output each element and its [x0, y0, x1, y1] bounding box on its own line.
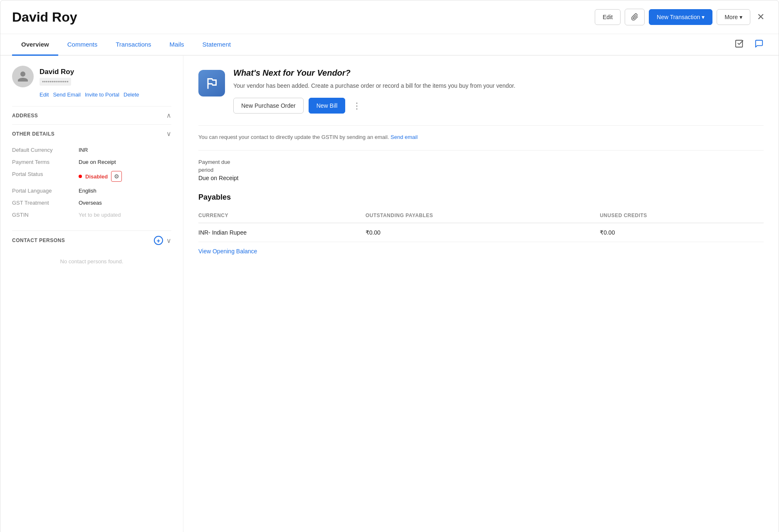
payment-due-block: Payment due period Due on Receipt	[198, 159, 239, 181]
detail-row-portal-status: Portal Status Disabled ⚙	[12, 171, 171, 182]
direction-icon	[204, 76, 219, 91]
address-section-title: ADDRESS	[12, 113, 38, 119]
attach-button[interactable]	[625, 9, 645, 25]
contact-persons-title: CONTACT PERSONS	[12, 238, 65, 243]
page-header: David Roy Edit New Transaction ▾ More ▾ …	[0, 0, 779, 34]
vendor-name-block: David Roy ••••••••••••••	[40, 68, 74, 86]
payables-section: Payables CURRENCY OUTSTANDING PAYABLES U…	[198, 193, 764, 255]
address-section-header[interactable]: ADDRESS ∧	[12, 106, 171, 124]
detail-value-currency: INR	[79, 147, 88, 153]
payment-due-label1: Payment due	[198, 159, 239, 165]
whats-next-card: What's Next for Your Vendor? Your vendor…	[198, 68, 764, 114]
col-unused: UNUSED CREDITS	[600, 208, 764, 223]
no-contacts-text: No contact persons found.	[12, 250, 171, 273]
row-unused: ₹0.00	[600, 223, 764, 242]
avatar	[12, 66, 34, 87]
other-details-section-header[interactable]: OTHER DETAILS ∨	[12, 124, 171, 143]
tab-comments[interactable]: Comments	[58, 34, 107, 56]
checklist-icon-button[interactable]	[731, 36, 747, 54]
row-currency: INR- Indian Rupee	[198, 223, 366, 242]
whats-next-content: What's Next for Your Vendor? Your vendor…	[233, 68, 764, 114]
whats-next-actions: New Purchase Order New Bill ⋮	[233, 98, 764, 114]
main-layout: David Roy •••••••••••••• Edit Send Email…	[0, 56, 779, 532]
edit-button[interactable]: Edit	[595, 9, 621, 25]
payment-due-value: Due on Receipt	[198, 175, 239, 181]
page-title: David Roy	[12, 10, 77, 25]
whats-next-icon	[198, 70, 225, 97]
header-actions: Edit New Transaction ▾ More ▾ ✕	[595, 9, 767, 25]
payment-due-label2: period	[198, 167, 239, 173]
close-button[interactable]: ✕	[754, 9, 767, 25]
detail-value-payment-terms: Due on Receipt	[79, 159, 116, 165]
new-purchase-order-button[interactable]: New Purchase Order	[233, 98, 304, 114]
delete-link[interactable]: Delete	[124, 92, 139, 98]
tabs-bar: Overview Comments Transactions Mails Sta…	[0, 34, 779, 56]
chat-icon-button[interactable]	[751, 36, 767, 54]
table-row: INR- Indian Rupee ₹0.00 ₹0.00	[198, 223, 764, 242]
details-grid: Default Currency INR Payment Terms Due o…	[12, 143, 171, 230]
portal-status-text: Disabled	[85, 173, 108, 180]
detail-value-portal-language: English	[79, 188, 96, 194]
tab-statement[interactable]: Statement	[193, 34, 240, 56]
detail-label-payment-terms: Payment Terms	[12, 159, 79, 165]
detail-row-portal-language: Portal Language English	[12, 188, 171, 194]
other-details-chevron-icon: ∨	[166, 130, 171, 138]
new-transaction-button[interactable]: New Transaction ▾	[649, 9, 712, 25]
new-bill-button[interactable]: New Bill	[309, 98, 346, 114]
tab-transactions[interactable]: Transactions	[106, 34, 160, 56]
detail-row-gst-treatment: GST Treatment Overseas	[12, 200, 171, 206]
address-chevron-icon: ∧	[166, 111, 171, 119]
detail-value-gst-treatment: Overseas	[79, 200, 102, 206]
svg-rect-0	[736, 40, 743, 47]
gear-icon[interactable]: ⚙	[111, 171, 122, 182]
payment-row: Payment due period Due on Receipt	[198, 159, 764, 181]
right-panel: What's Next for Your Vendor? Your vendor…	[183, 56, 779, 532]
tab-overview[interactable]: Overview	[12, 34, 58, 56]
other-details-section-title: OTHER DETAILS	[12, 131, 54, 137]
detail-row-gstin: GSTIN Yet to be updated	[12, 212, 171, 218]
detail-label-gst-treatment: GST Treatment	[12, 200, 79, 206]
view-opening-balance-link[interactable]: View Opening Balance	[198, 248, 257, 255]
send-email-link[interactable]: Send Email	[53, 92, 80, 98]
detail-label-gstin: GSTIN	[12, 212, 79, 218]
detail-label-currency: Default Currency	[12, 147, 79, 153]
detail-row-currency: Default Currency INR	[12, 147, 171, 153]
detail-label-portal-status: Portal Status	[12, 171, 79, 182]
gstin-notice-text: You can request your contact to directly…	[198, 134, 389, 140]
left-panel: David Roy •••••••••••••• Edit Send Email…	[0, 56, 183, 532]
col-outstanding: OUTSTANDING PAYABLES	[366, 208, 600, 223]
detail-label-portal-language: Portal Language	[12, 188, 79, 194]
tab-mails[interactable]: Mails	[161, 34, 193, 56]
vendor-email: ••••••••••••••	[40, 78, 71, 86]
detail-value-gstin: Yet to be updated	[79, 212, 121, 218]
vendor-links: Edit Send Email Invite to Portal Delete	[40, 92, 171, 98]
row-outstanding: ₹0.00	[366, 223, 600, 242]
contact-persons-actions: + ∨	[154, 236, 171, 245]
whats-next-description: Your vendor has been added. Create a pur…	[233, 81, 764, 90]
send-email-link[interactable]: Send email	[391, 134, 418, 140]
col-currency: CURRENCY	[198, 208, 366, 223]
invite-to-portal-link[interactable]: Invite to Portal	[85, 92, 119, 98]
contact-persons-section-header[interactable]: CONTACT PERSONS + ∨	[12, 230, 171, 250]
detail-row-payment-terms: Payment Terms Due on Receipt	[12, 159, 171, 165]
divider	[198, 150, 764, 151]
vendor-name: David Roy	[40, 68, 74, 76]
gstin-notice: You can request your contact to directly…	[198, 125, 764, 140]
tabs-left: Overview Comments Transactions Mails Sta…	[12, 34, 240, 55]
edit-link[interactable]: Edit	[40, 92, 49, 98]
whats-next-title: What's Next for Your Vendor?	[233, 68, 764, 78]
payment-info: Payment due period Due on Receipt	[198, 159, 764, 181]
detail-value-portal-status: Disabled ⚙	[79, 171, 122, 182]
tabs-right	[731, 36, 767, 54]
more-options-button[interactable]: ⋮	[350, 98, 364, 113]
payables-title: Payables	[198, 193, 764, 202]
status-dot-icon	[79, 175, 82, 178]
more-button[interactable]: More ▾	[717, 9, 750, 25]
add-contact-icon[interactable]: +	[154, 236, 163, 245]
vendor-info: David Roy ••••••••••••••	[12, 66, 171, 87]
payables-table: CURRENCY OUTSTANDING PAYABLES UNUSED CRE…	[198, 208, 764, 242]
contact-persons-chevron-icon: ∨	[166, 237, 171, 245]
person-icon	[17, 70, 29, 83]
